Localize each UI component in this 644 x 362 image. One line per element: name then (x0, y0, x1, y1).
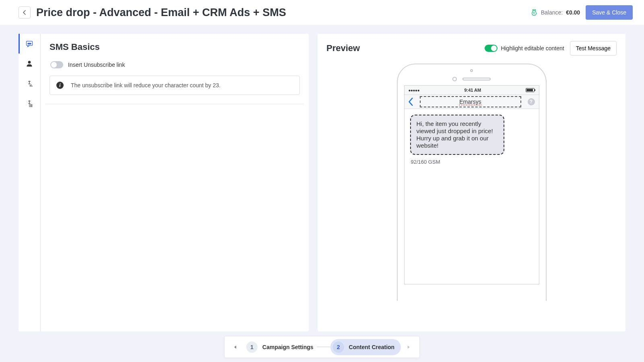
phone-hardware-top (404, 69, 539, 81)
sms-icon: SMS (25, 40, 33, 48)
info-icon: i (56, 82, 64, 89)
money-bag-icon: € (530, 9, 538, 16)
link-list-icon (25, 99, 33, 107)
preview-title: Preview (326, 43, 360, 53)
test-message-button[interactable]: Test Message (570, 41, 617, 56)
unsubscribe-toggle-row: Insert Unsubscribe link (50, 61, 300, 68)
link-stats-icon (25, 79, 33, 87)
highlight-toggle-label: Highlight editable content (501, 45, 564, 51)
unsubscribe-toggle-label: Insert Unsubscribe link (68, 62, 125, 68)
phone-status-bar: ●●●●● 9:41 AM (405, 86, 539, 95)
person-icon (25, 60, 33, 68)
sender-name: Emarsys (459, 99, 481, 106)
phone-back-icon (409, 98, 413, 106)
balance-label: Balance: (541, 9, 563, 16)
svg-point-4 (29, 104, 30, 105)
preview-controls: Highlight editable content Test Message (485, 41, 617, 56)
highlight-toggle[interactable] (485, 45, 497, 52)
sms-basics-panel: SMS SMS Basics Insert Unsubscribe link i… (19, 34, 309, 331)
message-bubble[interactable]: Hi, the item you recently viewed just dr… (410, 115, 504, 155)
side-tab-link-stats[interactable] (19, 73, 40, 93)
phone-speaker-icon (462, 78, 491, 80)
phone-screen: ●●●●● 9:41 AM Emarsys ? Hi, the item you… (404, 85, 539, 284)
preview-panel: Preview Highlight editable content Test … (318, 34, 625, 331)
phone-time: 9:41 AM (464, 88, 481, 93)
character-count: 92/160 GSM (411, 159, 533, 165)
side-tab-nav: SMS (19, 34, 41, 331)
section-title: SMS Basics (50, 42, 300, 52)
unsubscribe-toggle[interactable] (50, 61, 63, 68)
save-close-button[interactable]: Save & Close (586, 5, 633, 20)
help-icon[interactable]: ? (528, 98, 535, 105)
header-left: Price drop - Advanced - Email + CRM Ads … (19, 6, 286, 19)
svg-text:SMS: SMS (27, 42, 31, 44)
phone-camera-icon (470, 69, 473, 72)
signal-icon: ●●●●● (409, 88, 420, 93)
svg-point-3 (28, 61, 31, 64)
sms-basics-body: SMS Basics Insert Unsubscribe link i The… (41, 34, 309, 331)
sender-field[interactable]: Emarsys (420, 96, 521, 108)
phone-preview-wrap: ●●●●● 9:41 AM Emarsys ? Hi, the item you… (326, 64, 617, 301)
highlight-toggle-row: Highlight editable content (485, 45, 564, 52)
divider (45, 104, 304, 104)
side-tab-person[interactable] (19, 53, 40, 73)
side-tab-link-list[interactable] (19, 93, 40, 113)
preview-header: Preview Highlight editable content Test … (326, 41, 617, 56)
balance-display: € Balance: €0.00 (530, 9, 580, 16)
side-tab-sms[interactable]: SMS (19, 34, 40, 53)
header-right: € Balance: €0.00 Save & Close (530, 5, 633, 20)
svg-text:€: € (533, 11, 535, 15)
info-box: i The unsubscribe link will reduce your … (50, 76, 300, 95)
info-text: The unsubscribe link will reduce your ch… (71, 82, 221, 88)
phone-nav-bar: Emarsys ? (405, 95, 539, 109)
page-header: Price drop - Advanced - Email + CRM Ads … (0, 0, 644, 25)
battery-icon (526, 88, 535, 92)
phone-mockup: ●●●●● 9:41 AM Emarsys ? Hi, the item you… (397, 64, 547, 301)
back-button[interactable] (19, 6, 31, 19)
page-title: Price drop - Advanced - Email + CRM Ads … (36, 6, 286, 19)
svg-point-6 (29, 106, 30, 107)
chevron-left-icon (23, 10, 26, 15)
phone-sensor-icon (452, 77, 457, 81)
message-area: Hi, the item you recently viewed just dr… (405, 109, 539, 284)
balance-value: €0.00 (566, 9, 580, 16)
svg-point-5 (29, 105, 30, 106)
